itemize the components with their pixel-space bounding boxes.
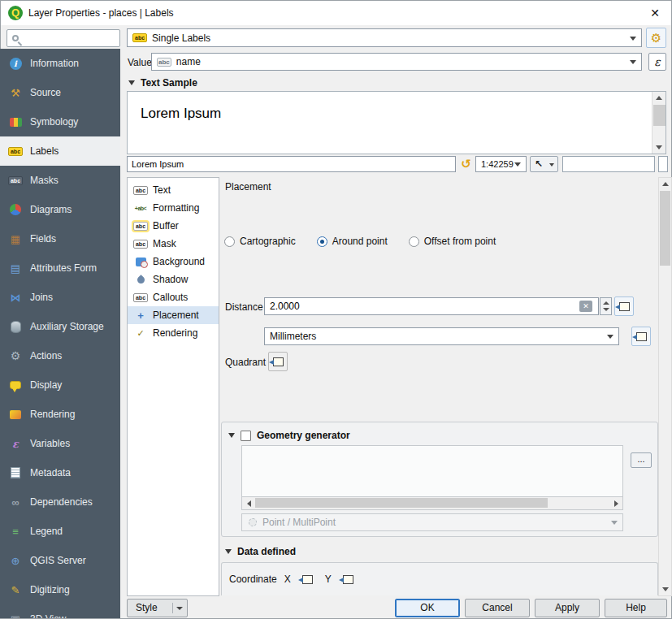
document-icon (11, 467, 20, 478)
sidebar-item-information[interactable]: i Information (0, 49, 120, 78)
ok-button[interactable]: OK (395, 599, 460, 617)
scrollbar-thumb[interactable] (255, 498, 548, 508)
scroll-left-button[interactable] (242, 497, 255, 509)
units-data-defined-override-button[interactable] (631, 327, 651, 346)
sidebar-item-masks[interactable]: abc Masks (0, 166, 120, 195)
coordinate-x-label: X (284, 574, 291, 585)
reset-sample-button[interactable]: ↺ (458, 156, 474, 172)
sidebar-item-label: Legend (30, 526, 63, 537)
distance-spinner[interactable] (600, 297, 612, 315)
sidebar-item-labels[interactable]: abc Labels (0, 136, 120, 166)
tab-shadow[interactable]: Shadow (128, 271, 219, 288)
sidebar-item-variables[interactable]: ε Variables (0, 429, 120, 458)
tab-buffer[interactable]: abc Buffer (128, 217, 219, 235)
sample-text-input[interactable] (127, 156, 456, 172)
data-defined-override-icon (619, 302, 630, 311)
tab-callouts[interactable]: abc Callouts (128, 288, 219, 306)
actions-gear-icon: ⚙ (11, 349, 21, 362)
distance-input[interactable] (264, 297, 599, 315)
close-icon[interactable]: ✕ (648, 6, 662, 20)
radio-offset-from-point[interactable]: Offset from point (409, 236, 496, 247)
tab-formatting[interactable]: +ab< Formatting (128, 199, 219, 217)
sidebar-item-legend[interactable]: ≡ Legend (0, 517, 120, 546)
sidebar-item-attributes-form[interactable]: ▤ Attributes Form (0, 253, 120, 283)
tab-placement[interactable]: + Placement (128, 306, 219, 324)
placement-tab-icon: + (137, 310, 144, 322)
expression-builder-button[interactable]: ε (648, 53, 666, 71)
radio-cartographic[interactable]: Cartographic (224, 236, 296, 247)
sidebar-item-display[interactable]: Display (0, 370, 120, 400)
placement-vertical-scrollbar[interactable] (658, 177, 672, 596)
preview-side-box[interactable] (658, 156, 668, 172)
sample-vertical-scrollbar[interactable] (652, 92, 665, 154)
chevron-down-icon (176, 607, 183, 610)
geometry-generator-checkbox[interactable] (241, 431, 251, 441)
geometry-generator-title: Geometry generator (257, 430, 350, 441)
distance-data-defined-override-button[interactable] (614, 297, 634, 316)
expression-dialog-button[interactable]: ... (631, 452, 652, 468)
search-input[interactable] (7, 29, 120, 47)
arrow-up-icon (662, 182, 669, 186)
tab-mask[interactable]: abc Mask (128, 235, 219, 253)
text-sample-header[interactable]: Text Sample (128, 77, 197, 89)
information-icon: i (10, 58, 22, 70)
arrow-left-icon (247, 500, 251, 507)
geometry-expression-textarea[interactable] (241, 445, 623, 497)
sidebar-item-auxiliary-storage[interactable]: Auxiliary Storage (0, 312, 120, 341)
formatting-tab-icon: +ab< (135, 206, 146, 211)
sidebar-item-digitizing[interactable]: ✎ Digitizing (0, 575, 120, 604)
sidebar-item-label: 3D View (30, 613, 66, 618)
sidebar-item-fields[interactable]: ▦ Fields (0, 224, 120, 253)
label-mode-dropdown[interactable]: abc Single Labels (127, 28, 642, 47)
tab-text[interactable]: abc Text (128, 181, 219, 199)
tab-rendering[interactable]: ✓ Rendering (128, 324, 219, 342)
data-defined-header[interactable]: Data defined (225, 546, 296, 557)
sidebar-item-symbology[interactable]: Symbology (0, 107, 120, 136)
apply-button[interactable]: Apply (535, 599, 600, 617)
scrollbar-thumb[interactable] (653, 105, 665, 126)
labels-icon: abc (8, 147, 23, 156)
geometry-generator-header[interactable]: Geometry generator (228, 430, 350, 441)
sidebar-item-dependencies[interactable]: ∞ Dependencies (0, 487, 120, 517)
label-settings-tab-list: abc Text +ab< Formatting abc Buffer abc … (127, 177, 219, 596)
geometry-horizontal-scrollbar[interactable] (241, 497, 623, 510)
collapse-arrow-icon (225, 549, 232, 554)
sidebar-item-3d-view[interactable]: ▣ 3D View (0, 604, 120, 618)
scrollbar-thumb[interactable] (660, 191, 670, 266)
coordinate-x-override-button[interactable] (298, 569, 318, 589)
sidebar-item-joins[interactable]: ⋈ Joins (0, 283, 120, 312)
sidebar-item-label: Attributes Form (30, 262, 97, 274)
geometry-type-dropdown[interactable]: Point / MultiPoint (241, 513, 623, 531)
scroll-up-button[interactable] (652, 92, 665, 104)
sidebar-item-source[interactable]: ⚒ Source (0, 78, 120, 107)
cancel-button[interactable]: Cancel (465, 599, 530, 617)
tab-background[interactable]: Background (128, 253, 219, 271)
preview-scale-dropdown[interactable]: 1:42259 (475, 156, 527, 172)
rendering-tab-icon: ✓ (137, 328, 144, 339)
placement-mode-radios: Cartographic Around point Offset from po… (224, 236, 496, 247)
preview-background-box[interactable] (562, 156, 655, 172)
coordinate-y-override-button[interactable] (339, 569, 358, 589)
scroll-down-button[interactable] (659, 583, 671, 595)
sidebar-item-label: Dependencies (30, 496, 93, 508)
set-from-canvas-button[interactable]: ↖ (530, 156, 558, 172)
help-button[interactable]: Help (605, 599, 667, 617)
sidebar-item-diagrams[interactable]: Diagrams (0, 195, 120, 224)
scroll-right-button[interactable] (609, 497, 622, 509)
sidebar-item-qgis-server[interactable]: ⊕ QGIS Server (0, 546, 120, 575)
quadrant-data-defined-override-button[interactable] (268, 352, 288, 371)
clear-icon[interactable]: ✕ (579, 301, 592, 312)
sidebar-item-rendering[interactable]: Rendering (0, 400, 120, 429)
automated-placement-settings-button[interactable]: ⚙ (646, 28, 666, 48)
distance-units-dropdown[interactable]: Millimeters (264, 327, 619, 345)
scroll-down-button[interactable] (652, 141, 665, 154)
scroll-up-button[interactable] (659, 178, 671, 190)
value-field-dropdown[interactable]: abc name (151, 53, 642, 71)
sidebar-item-actions[interactable]: ⚙ Actions (0, 341, 120, 370)
single-labels-icon: abc (132, 33, 147, 42)
arrow-down-icon (662, 587, 669, 591)
style-menu-button[interactable]: Style (127, 599, 188, 617)
radio-around-point[interactable]: Around point (317, 236, 388, 247)
sidebar-item-metadata[interactable]: Metadata (0, 458, 120, 487)
geometry-type-value: Point / MultiPoint (262, 517, 336, 528)
